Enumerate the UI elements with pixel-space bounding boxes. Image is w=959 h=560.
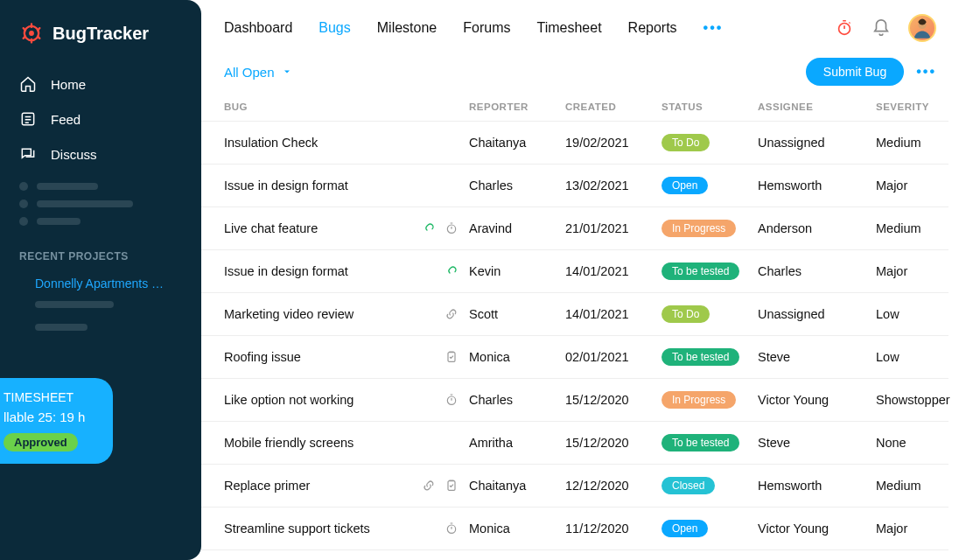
status-badge[interactable]: To Do (662, 305, 710, 323)
status-badge[interactable]: To be tested (662, 434, 739, 452)
col-bug[interactable]: BUG (224, 102, 469, 112)
timesheet-badge: Approved (4, 433, 78, 452)
sidebar-item-discuss[interactable]: Discuss (0, 136, 201, 172)
cell-created: 11/12/2020 (565, 522, 662, 536)
table-row[interactable]: Roofing issueMonica02/01/2021To be teste… (201, 335, 948, 378)
cell-created: 15/12/2020 (565, 393, 662, 407)
svg-point-5 (447, 225, 455, 233)
status-badge[interactable]: In Progress (662, 391, 736, 409)
chevron-down-icon (282, 66, 292, 77)
cell-created: 13/02/2021 (565, 178, 662, 192)
sidebar-item-feed[interactable]: Feed (0, 102, 201, 136)
cell-status: Closed (662, 477, 758, 494)
bug-title[interactable]: Mobile friendly screens (224, 436, 458, 450)
timer-icon[interactable] (444, 393, 458, 407)
tab-milestone[interactable]: Milestone (377, 20, 437, 36)
table-row[interactable]: Like option not workingCharles15/12/2020… (201, 378, 948, 421)
bug-title[interactable]: Insulation Check (224, 136, 458, 150)
tab-timesheet[interactable]: Timesheet (536, 20, 601, 36)
cell-severity: Medium (876, 479, 959, 493)
timer-icon[interactable] (835, 18, 854, 38)
timesheet-card[interactable]: TIMESHEET llable 25: 19 h Approved (0, 378, 113, 464)
col-status[interactable]: STATUS (662, 102, 758, 112)
table-row[interactable]: Mobile friendly screensAmritha15/12/2020… (201, 421, 948, 464)
cell-severity: None (876, 436, 959, 450)
bug-cell: Issue in design format (224, 264, 469, 278)
clipboard-icon[interactable] (444, 479, 458, 493)
bug-title[interactable]: Roofing issue (224, 350, 436, 364)
bug-title[interactable]: Like option not working (224, 393, 436, 407)
cell-created: 19/02/2021 (565, 136, 662, 150)
avatar[interactable] (908, 14, 936, 42)
table-row[interactable]: Issue in design formatCharles13/02/2021O… (201, 164, 948, 206)
link-icon[interactable] (422, 221, 436, 235)
cell-created: 02/01/2021 (565, 350, 662, 364)
svg-point-7 (447, 396, 455, 404)
cell-assignee: Hemsworth (758, 479, 876, 493)
status-badge[interactable]: To be tested (662, 262, 739, 280)
cell-status: Open (662, 177, 758, 194)
tab-reports[interactable]: Reports (628, 20, 677, 36)
status-badge[interactable]: Open (662, 520, 708, 537)
filter-dropdown[interactable]: All Open (224, 65, 292, 80)
table-row[interactable]: Replace defective switchesCharles11/12/2… (201, 550, 948, 560)
tab-more[interactable]: ••• (704, 20, 724, 36)
bug-title[interactable]: Issue in design format (224, 264, 436, 278)
clipboard-icon[interactable] (444, 350, 458, 364)
sidebar-item-label: Discuss (51, 147, 97, 162)
col-assignee[interactable]: ASSIGNEE (758, 102, 876, 112)
timer-icon[interactable] (444, 221, 458, 235)
col-reporter[interactable]: REPORTER (469, 102, 565, 112)
table-row[interactable]: Issue in design formatKevin14/01/2021To … (201, 249, 948, 292)
recent-project-item[interactable]: Donnelly Apartments Co (19, 271, 182, 296)
cell-severity: Medium (876, 221, 959, 235)
brand[interactable]: BugTracker (0, 16, 201, 63)
cell-reporter: Kevin (469, 264, 565, 278)
link-icon[interactable] (444, 264, 458, 278)
status-badge[interactable]: To be tested (662, 348, 739, 366)
bug-table: BUG REPORTER CREATED STATUS ASSIGNEE SEV… (201, 96, 959, 560)
status-badge[interactable]: In Progress (662, 220, 736, 237)
submit-bug-button[interactable]: Submit Bug (806, 58, 904, 86)
bug-title[interactable]: Replace primer (224, 479, 413, 493)
bug-cell: Mobile friendly screens (224, 436, 469, 450)
cell-reporter: Chaitanya (469, 136, 565, 150)
cell-assignee: Steve (758, 436, 876, 450)
status-badge[interactable]: Open (662, 177, 708, 194)
cell-severity: Major (876, 178, 959, 192)
table-row[interactable]: Live chat featureAravind21/01/2021In Pro… (201, 206, 948, 249)
more-actions[interactable]: ••• (916, 64, 936, 80)
home-icon (19, 75, 37, 93)
svg-point-3 (839, 24, 850, 35)
recent-project-placeholder (19, 296, 182, 313)
tab-dashboard[interactable]: Dashboard (224, 20, 292, 36)
col-severity[interactable]: SEVERITY (876, 102, 959, 112)
bug-title[interactable]: Live chat feature (224, 221, 413, 235)
chain-icon[interactable] (422, 479, 436, 493)
bug-title[interactable]: Marketing video review (224, 307, 436, 321)
bug-logo-icon (19, 21, 44, 46)
chain-icon[interactable] (444, 307, 458, 321)
table-row[interactable]: Streamline support ticketsMonica11/12/20… (201, 507, 948, 550)
bug-cell: Roofing issue (224, 350, 469, 364)
bug-title[interactable]: Issue in design format (224, 178, 458, 192)
cell-assignee: Anderson (758, 221, 876, 235)
cell-severity: Medium (876, 136, 959, 150)
cell-created: 14/01/2021 (565, 264, 662, 278)
cell-severity: Showstopper (876, 393, 959, 407)
status-badge[interactable]: To Do (662, 134, 710, 151)
tab-bugs[interactable]: Bugs (318, 20, 350, 36)
bug-title[interactable]: Streamline support tickets (224, 522, 436, 536)
bell-icon[interactable] (872, 18, 891, 38)
table-row[interactable]: Replace primerChaitanya12/12/2020ClosedH… (201, 464, 948, 507)
col-created[interactable]: CREATED (565, 102, 662, 112)
cell-status: Open (662, 520, 758, 537)
tab-forums[interactable]: Forums (463, 20, 510, 36)
timesheet-hours: llable 25: 19 h (4, 410, 101, 424)
table-row[interactable]: Insulation CheckChaitanya19/02/2021To Do… (201, 121, 948, 164)
sidebar-item-home[interactable]: Home (0, 66, 201, 102)
table-row[interactable]: Marketing video reviewScott14/01/2021To … (201, 292, 948, 335)
status-badge[interactable]: Closed (662, 477, 715, 494)
cell-severity: Major (876, 522, 959, 536)
timer-icon[interactable] (444, 522, 458, 536)
